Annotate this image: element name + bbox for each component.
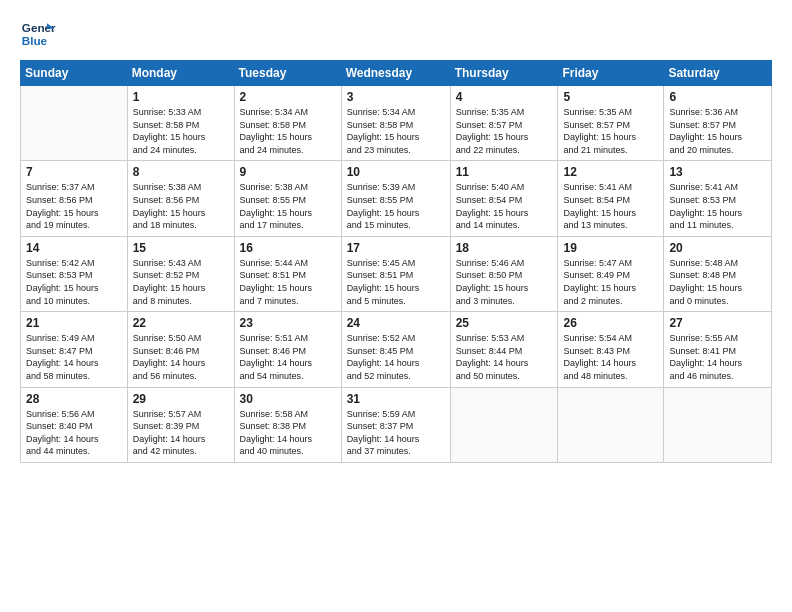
calendar-cell: 5Sunrise: 5:35 AM Sunset: 8:57 PM Daylig…: [558, 86, 664, 161]
weekday-header-row: SundayMondayTuesdayWednesdayThursdayFrid…: [21, 61, 772, 86]
calendar-cell: 16Sunrise: 5:44 AM Sunset: 8:51 PM Dayli…: [234, 236, 341, 311]
day-info: Sunrise: 5:40 AM Sunset: 8:54 PM Dayligh…: [456, 181, 553, 231]
day-number: 8: [133, 165, 229, 179]
calendar-week-row: 21Sunrise: 5:49 AM Sunset: 8:47 PM Dayli…: [21, 312, 772, 387]
day-number: 29: [133, 392, 229, 406]
day-info: Sunrise: 5:57 AM Sunset: 8:39 PM Dayligh…: [133, 408, 229, 458]
day-number: 14: [26, 241, 122, 255]
day-info: Sunrise: 5:37 AM Sunset: 8:56 PM Dayligh…: [26, 181, 122, 231]
day-info: Sunrise: 5:36 AM Sunset: 8:57 PM Dayligh…: [669, 106, 766, 156]
calendar-cell: 27Sunrise: 5:55 AM Sunset: 8:41 PM Dayli…: [664, 312, 772, 387]
calendar-table: SundayMondayTuesdayWednesdayThursdayFrid…: [20, 60, 772, 463]
day-number: 20: [669, 241, 766, 255]
calendar-week-row: 28Sunrise: 5:56 AM Sunset: 8:40 PM Dayli…: [21, 387, 772, 462]
day-number: 5: [563, 90, 658, 104]
logo-icon: General Blue: [20, 16, 56, 52]
day-number: 6: [669, 90, 766, 104]
day-number: 25: [456, 316, 553, 330]
day-number: 11: [456, 165, 553, 179]
day-info: Sunrise: 5:42 AM Sunset: 8:53 PM Dayligh…: [26, 257, 122, 307]
day-info: Sunrise: 5:55 AM Sunset: 8:41 PM Dayligh…: [669, 332, 766, 382]
calendar-cell: [558, 387, 664, 462]
day-number: 21: [26, 316, 122, 330]
header: General Blue: [20, 16, 772, 52]
calendar-cell: 3Sunrise: 5:34 AM Sunset: 8:58 PM Daylig…: [341, 86, 450, 161]
day-info: Sunrise: 5:56 AM Sunset: 8:40 PM Dayligh…: [26, 408, 122, 458]
day-info: Sunrise: 5:35 AM Sunset: 8:57 PM Dayligh…: [456, 106, 553, 156]
calendar-cell: 30Sunrise: 5:58 AM Sunset: 8:38 PM Dayli…: [234, 387, 341, 462]
calendar-cell: 23Sunrise: 5:51 AM Sunset: 8:46 PM Dayli…: [234, 312, 341, 387]
svg-text:Blue: Blue: [22, 34, 48, 47]
day-number: 17: [347, 241, 445, 255]
day-number: 10: [347, 165, 445, 179]
day-info: Sunrise: 5:34 AM Sunset: 8:58 PM Dayligh…: [347, 106, 445, 156]
calendar-cell: 20Sunrise: 5:48 AM Sunset: 8:48 PM Dayli…: [664, 236, 772, 311]
calendar-cell: 6Sunrise: 5:36 AM Sunset: 8:57 PM Daylig…: [664, 86, 772, 161]
day-number: 18: [456, 241, 553, 255]
calendar-cell: 12Sunrise: 5:41 AM Sunset: 8:54 PM Dayli…: [558, 161, 664, 236]
calendar-week-row: 14Sunrise: 5:42 AM Sunset: 8:53 PM Dayli…: [21, 236, 772, 311]
day-number: 15: [133, 241, 229, 255]
day-number: 31: [347, 392, 445, 406]
calendar-cell: 10Sunrise: 5:39 AM Sunset: 8:55 PM Dayli…: [341, 161, 450, 236]
day-info: Sunrise: 5:38 AM Sunset: 8:56 PM Dayligh…: [133, 181, 229, 231]
day-info: Sunrise: 5:59 AM Sunset: 8:37 PM Dayligh…: [347, 408, 445, 458]
day-info: Sunrise: 5:46 AM Sunset: 8:50 PM Dayligh…: [456, 257, 553, 307]
calendar-cell: 29Sunrise: 5:57 AM Sunset: 8:39 PM Dayli…: [127, 387, 234, 462]
day-info: Sunrise: 5:35 AM Sunset: 8:57 PM Dayligh…: [563, 106, 658, 156]
day-info: Sunrise: 5:34 AM Sunset: 8:58 PM Dayligh…: [240, 106, 336, 156]
day-number: 9: [240, 165, 336, 179]
calendar-cell: 17Sunrise: 5:45 AM Sunset: 8:51 PM Dayli…: [341, 236, 450, 311]
weekday-header-friday: Friday: [558, 61, 664, 86]
calendar-cell: 15Sunrise: 5:43 AM Sunset: 8:52 PM Dayli…: [127, 236, 234, 311]
weekday-header-sunday: Sunday: [21, 61, 128, 86]
day-info: Sunrise: 5:58 AM Sunset: 8:38 PM Dayligh…: [240, 408, 336, 458]
calendar-cell: 24Sunrise: 5:52 AM Sunset: 8:45 PM Dayli…: [341, 312, 450, 387]
day-info: Sunrise: 5:44 AM Sunset: 8:51 PM Dayligh…: [240, 257, 336, 307]
day-info: Sunrise: 5:47 AM Sunset: 8:49 PM Dayligh…: [563, 257, 658, 307]
day-number: 16: [240, 241, 336, 255]
logo: General Blue: [20, 16, 58, 52]
day-info: Sunrise: 5:50 AM Sunset: 8:46 PM Dayligh…: [133, 332, 229, 382]
day-number: 28: [26, 392, 122, 406]
day-info: Sunrise: 5:41 AM Sunset: 8:54 PM Dayligh…: [563, 181, 658, 231]
calendar-cell: 14Sunrise: 5:42 AM Sunset: 8:53 PM Dayli…: [21, 236, 128, 311]
day-number: 4: [456, 90, 553, 104]
day-info: Sunrise: 5:43 AM Sunset: 8:52 PM Dayligh…: [133, 257, 229, 307]
day-info: Sunrise: 5:39 AM Sunset: 8:55 PM Dayligh…: [347, 181, 445, 231]
day-number: 12: [563, 165, 658, 179]
day-number: 27: [669, 316, 766, 330]
calendar-cell: 18Sunrise: 5:46 AM Sunset: 8:50 PM Dayli…: [450, 236, 558, 311]
calendar-week-row: 7Sunrise: 5:37 AM Sunset: 8:56 PM Daylig…: [21, 161, 772, 236]
calendar-cell: 11Sunrise: 5:40 AM Sunset: 8:54 PM Dayli…: [450, 161, 558, 236]
weekday-header-thursday: Thursday: [450, 61, 558, 86]
page: General Blue SundayMondayTuesdayWednesda…: [0, 0, 792, 612]
calendar-cell: 22Sunrise: 5:50 AM Sunset: 8:46 PM Dayli…: [127, 312, 234, 387]
calendar-cell: [21, 86, 128, 161]
day-number: 22: [133, 316, 229, 330]
calendar-cell: 21Sunrise: 5:49 AM Sunset: 8:47 PM Dayli…: [21, 312, 128, 387]
day-number: 2: [240, 90, 336, 104]
calendar-cell: 25Sunrise: 5:53 AM Sunset: 8:44 PM Dayli…: [450, 312, 558, 387]
calendar-cell: 13Sunrise: 5:41 AM Sunset: 8:53 PM Dayli…: [664, 161, 772, 236]
day-number: 19: [563, 241, 658, 255]
day-number: 13: [669, 165, 766, 179]
calendar-cell: 2Sunrise: 5:34 AM Sunset: 8:58 PM Daylig…: [234, 86, 341, 161]
day-number: 30: [240, 392, 336, 406]
day-number: 23: [240, 316, 336, 330]
calendar-cell: 9Sunrise: 5:38 AM Sunset: 8:55 PM Daylig…: [234, 161, 341, 236]
calendar-cell: 4Sunrise: 5:35 AM Sunset: 8:57 PM Daylig…: [450, 86, 558, 161]
day-info: Sunrise: 5:48 AM Sunset: 8:48 PM Dayligh…: [669, 257, 766, 307]
day-number: 1: [133, 90, 229, 104]
calendar-cell: [450, 387, 558, 462]
weekday-header-monday: Monday: [127, 61, 234, 86]
calendar-cell: 1Sunrise: 5:33 AM Sunset: 8:58 PM Daylig…: [127, 86, 234, 161]
calendar-cell: 31Sunrise: 5:59 AM Sunset: 8:37 PM Dayli…: [341, 387, 450, 462]
day-info: Sunrise: 5:33 AM Sunset: 8:58 PM Dayligh…: [133, 106, 229, 156]
day-number: 3: [347, 90, 445, 104]
calendar-cell: 26Sunrise: 5:54 AM Sunset: 8:43 PM Dayli…: [558, 312, 664, 387]
weekday-header-wednesday: Wednesday: [341, 61, 450, 86]
day-info: Sunrise: 5:41 AM Sunset: 8:53 PM Dayligh…: [669, 181, 766, 231]
day-info: Sunrise: 5:45 AM Sunset: 8:51 PM Dayligh…: [347, 257, 445, 307]
calendar-cell: [664, 387, 772, 462]
